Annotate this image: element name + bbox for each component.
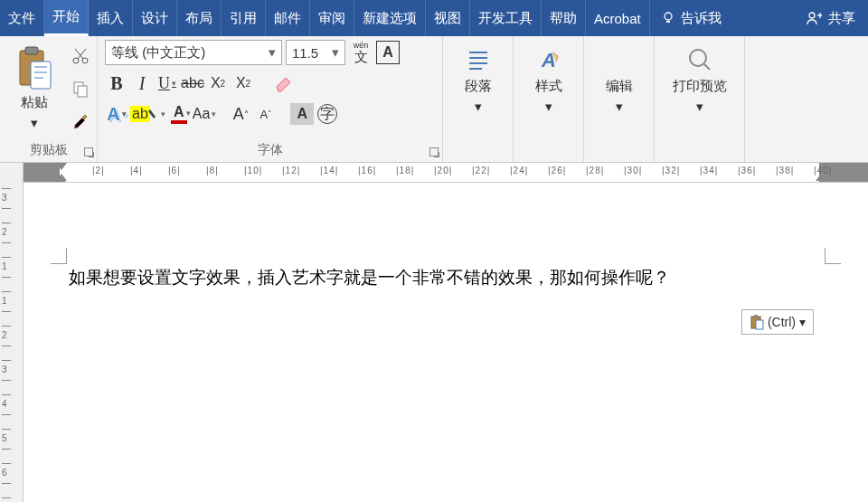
paste-button[interactable]: 粘贴 ▾ — [7, 40, 61, 137]
format-painter-button[interactable] — [69, 109, 92, 134]
svg-rect-12 — [754, 315, 758, 318]
svg-point-10 — [690, 50, 706, 66]
clear-formatting-button[interactable] — [271, 71, 295, 96]
font-name-value: 等线 (中文正文) — [111, 44, 205, 62]
font-name-select[interactable]: 等线 (中文正文) ▾ — [105, 40, 282, 65]
editing-label: 编辑 — [606, 78, 633, 95]
shrink-font-button[interactable]: A˅ — [254, 101, 278, 127]
chevron-down-icon: ▾ — [269, 44, 276, 61]
chevron-down-icon: ▾ — [799, 315, 806, 329]
font-size-value: 11.5 — [292, 45, 318, 61]
svg-rect-8 — [78, 86, 87, 97]
group-print-preview: 打印预览 ▾ — [655, 36, 745, 162]
font-size-select[interactable]: 11.5 ▾ — [286, 40, 345, 65]
strikethrough-button[interactable]: abc — [181, 71, 204, 96]
share-button[interactable]: 共享 — [794, 0, 868, 36]
underline-button[interactable]: U▾ — [156, 71, 179, 96]
print-preview-icon — [685, 45, 714, 74]
print-preview-label: 打印预览 — [673, 78, 727, 95]
font-dialog-launcher[interactable] — [429, 147, 439, 156]
margin-corner-tl — [51, 248, 67, 264]
tab-design[interactable]: 设计 — [133, 0, 177, 36]
share-label: 共享 — [828, 10, 855, 27]
styles-button[interactable]: A 样式 ▾ — [521, 40, 576, 120]
tab-review[interactable]: 审阅 — [310, 0, 354, 36]
copy-button[interactable] — [69, 76, 92, 101]
group-font: 等线 (中文正文) ▾ 11.5 ▾ wén 文 A B I U▾ abc X2 — [98, 36, 443, 162]
tell-me-label: 告诉我 — [681, 10, 722, 27]
tab-mailings[interactable]: 邮件 — [266, 0, 310, 36]
change-case-button[interactable]: Aa▾ — [193, 101, 217, 127]
vertical-ruler[interactable]: —3——2——1——1——2——3——4——5——6——7— — [0, 163, 24, 502]
clipboard-dialog-launcher[interactable] — [84, 147, 93, 156]
chevron-down-icon: ▾ — [696, 99, 703, 115]
document-text[interactable]: 如果想要设置文字效果，插入艺术字就是一个非常不错的效果，那如何操作呢？ — [69, 264, 823, 291]
tab-home[interactable]: 开始 — [44, 0, 89, 36]
tab-insert[interactable]: 插入 — [89, 0, 133, 36]
text-effects-button[interactable]: A▾ — [105, 101, 128, 127]
title-bar: 文件 开始 插入 设计 布局 引用 邮件 审阅 新建选项 视图 开发工具 帮助 … — [0, 0, 868, 36]
tab-view[interactable]: 视图 — [426, 0, 470, 36]
styles-icon: A — [534, 45, 563, 74]
group-clipboard-label: 剪贴板 — [7, 140, 90, 160]
enclose-characters-button[interactable]: 字 — [316, 101, 339, 127]
svg-rect-4 — [31, 62, 51, 89]
chevron-down-icon: ▾ — [475, 99, 482, 115]
svg-point-1 — [809, 13, 815, 18]
tab-newoption[interactable]: 新建选项 — [354, 0, 426, 36]
paragraph-label: 段落 — [465, 78, 492, 95]
tell-me[interactable]: 告诉我 — [650, 0, 732, 36]
paste-options-label: (Ctrl) — [768, 315, 796, 329]
group-editing: 编辑 ▾ — [584, 36, 655, 162]
svg-rect-3 — [25, 47, 38, 54]
document-scroll[interactable]: 如果想要设置文字效果，插入艺术字就是一个非常不错的效果，那如何操作呢？ (Ctr… — [24, 183, 868, 502]
clipboard-small-icon — [750, 314, 764, 330]
svg-rect-13 — [756, 320, 763, 329]
highlight-button[interactable]: ab▾ — [130, 101, 165, 127]
styles-label: 样式 — [535, 78, 562, 95]
paste-label: 粘贴 — [21, 94, 48, 111]
tab-layout[interactable]: 布局 — [177, 0, 222, 36]
share-icon — [807, 11, 823, 25]
group-paragraph: 段落 ▾ — [443, 36, 514, 162]
clipboard-icon — [14, 45, 54, 90]
paragraph-button[interactable]: 段落 ▾ — [450, 40, 505, 120]
svg-text:A: A — [541, 49, 556, 71]
chevron-down-icon: ▾ — [616, 99, 623, 115]
superscript-button[interactable]: X2 — [231, 71, 255, 96]
scissors-icon — [71, 47, 90, 65]
phonetic-guide-button[interactable]: wén 文 — [349, 40, 373, 65]
tab-developer[interactable]: 开发工具 — [470, 0, 542, 36]
character-border-button[interactable]: A — [376, 41, 400, 64]
tab-acrobat[interactable]: Acrobat — [586, 0, 650, 36]
group-styles: A 样式 ▾ — [514, 36, 584, 162]
eraser-icon — [273, 74, 293, 92]
tab-help[interactable]: 帮助 — [542, 0, 586, 36]
paragraph-icon — [464, 45, 493, 74]
document-page: 如果想要设置文字效果，插入艺术字就是一个非常不错的效果，那如何操作呢？ (Ctr… — [24, 183, 868, 502]
group-clipboard: 粘贴 ▾ 剪贴板 — [0, 36, 98, 162]
svg-point-0 — [665, 13, 672, 20]
subscript-button[interactable]: X2 — [206, 71, 230, 96]
paste-options-button[interactable]: (Ctrl) ▾ — [741, 309, 814, 335]
print-preview-button[interactable]: 打印预览 ▾ — [662, 40, 737, 120]
italic-button[interactable]: I — [130, 71, 154, 96]
tab-file[interactable]: 文件 — [0, 0, 44, 36]
copy-icon — [71, 80, 90, 98]
chevron-down-icon: ▾ — [332, 44, 339, 61]
grow-font-button[interactable]: A˄ — [229, 101, 252, 127]
bold-button[interactable]: B — [105, 71, 128, 96]
brush-icon — [71, 112, 90, 130]
lightbulb-icon — [661, 11, 675, 25]
group-font-label: 字体 — [105, 140, 435, 160]
margin-corner-tr — [825, 248, 841, 264]
chevron-down-icon: ▾ — [545, 99, 552, 115]
cut-button[interactable] — [69, 43, 92, 69]
highlighter-icon — [148, 108, 159, 120]
character-shading-button[interactable]: A — [290, 103, 314, 125]
ribbon: 粘贴 ▾ 剪贴板 等线 (中文正文) ▾ 11.5 ▾ — [0, 36, 868, 163]
chevron-down-icon: ▾ — [31, 115, 38, 131]
tab-references[interactable]: 引用 — [222, 0, 266, 36]
editing-button[interactable]: 编辑 ▾ — [591, 40, 646, 120]
font-color-button[interactable]: A▾ — [167, 101, 191, 127]
